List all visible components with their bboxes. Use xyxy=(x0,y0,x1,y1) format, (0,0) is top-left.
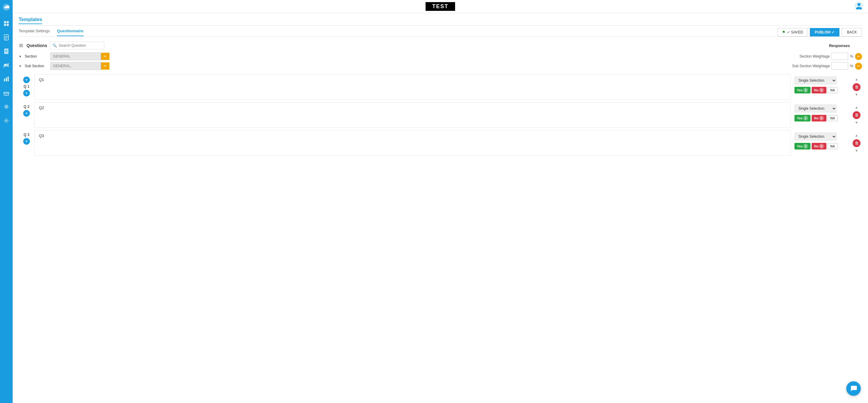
subsection-input[interactable] xyxy=(50,62,101,70)
q2-text: Q2 xyxy=(39,105,44,110)
q3-no-count: 0 xyxy=(819,144,824,149)
sidebar-megaphone-icon[interactable] xyxy=(2,61,10,69)
q3-response-select-row: Single Selection xyxy=(795,133,847,141)
question-row-1: + Q 1 + Q1 Single Selection Yes 1 xyxy=(19,74,862,100)
q3-label-col: Q 3 + xyxy=(19,130,34,156)
subsection-label: Sub Section xyxy=(25,64,47,68)
section-weightage-input[interactable] xyxy=(832,53,848,60)
q2-add-button[interactable]: + xyxy=(23,110,30,117)
q1-no-label: No xyxy=(814,88,818,92)
sidebar-settings-icon[interactable] xyxy=(2,102,10,111)
questions-list-icon xyxy=(19,43,24,48)
app-title: TEST xyxy=(426,2,455,11)
sidebar-grid-icon[interactable] xyxy=(2,19,10,28)
q3-response-type-select[interactable]: Single Selection xyxy=(795,133,837,141)
svg-rect-9 xyxy=(4,49,8,54)
subsection-row: ▼ Sub Section ✏ xyxy=(19,62,110,70)
publish-button[interactable]: PUBLISH ✓ xyxy=(810,28,839,36)
q3-yes-badge[interactable]: Yes 1 xyxy=(795,143,810,150)
section-chevron-icon[interactable]: ▼ xyxy=(19,55,22,58)
subsection-weightage-input[interactable] xyxy=(832,62,848,70)
svg-rect-3 xyxy=(4,24,6,26)
svg-point-18 xyxy=(5,106,7,107)
subsection-pct-label: % xyxy=(850,64,853,68)
svg-rect-1 xyxy=(4,21,6,23)
q2-card: Q2 xyxy=(34,102,791,128)
topbar: TEST xyxy=(13,0,868,13)
q1-add-top-button[interactable]: + xyxy=(23,76,30,83)
section-row: ▼ Section ✏ xyxy=(19,53,110,60)
search-input-wrap: 🔍 xyxy=(50,41,104,50)
search-input[interactable] xyxy=(50,41,104,50)
sidebar-doc-icon[interactable] xyxy=(2,33,10,41)
q2-label: Q 2 xyxy=(24,104,29,109)
q3-add-button[interactable]: + xyxy=(23,138,30,145)
q2-yes-label: Yes xyxy=(797,116,803,120)
user-avatar-icon[interactable] xyxy=(855,1,863,12)
section-pct-label: % xyxy=(850,54,853,59)
q3-badges: Yes 1 No 0 NA xyxy=(795,143,847,150)
svg-rect-14 xyxy=(4,79,5,82)
q3-na-badge[interactable]: NA xyxy=(828,143,838,149)
q3-no-badge[interactable]: No 0 xyxy=(812,143,827,150)
q2-label-col: Q 2 + xyxy=(19,102,34,128)
svg-rect-16 xyxy=(7,76,9,82)
q1-delete-button[interactable]: 🗑 xyxy=(852,83,861,91)
q3-actions: ▲ 🗑 ▼ xyxy=(851,130,862,156)
q2-up-button[interactable]: ▲ xyxy=(854,104,859,110)
tabs-right: ⚑ ✓ SAVED PUBLISH ✓ BACK xyxy=(778,28,862,36)
q3-up-button[interactable]: ▲ xyxy=(854,133,859,138)
q3-text: Q3 xyxy=(39,133,44,138)
q3-na-label: NA xyxy=(830,144,835,148)
q2-na-badge[interactable]: NA xyxy=(828,115,838,121)
section-input[interactable] xyxy=(50,53,101,60)
q1-badges: Yes 1 No 0 NA xyxy=(795,87,847,93)
subsection-chevron-icon[interactable]: ▼ xyxy=(19,64,22,68)
questions-title-area: Questions 🔍 xyxy=(19,41,104,50)
tab-questionnaire[interactable]: Questionnaire xyxy=(57,29,83,36)
q3-response-col: Single Selection Yes 1 No 0 NA xyxy=(791,130,851,156)
q1-yes-label: Yes xyxy=(797,88,803,92)
sidebar-gear-icon[interactable] xyxy=(2,116,10,125)
q1-yes-badge[interactable]: Yes 1 xyxy=(795,87,810,93)
q1-na-badge[interactable]: NA xyxy=(828,87,838,93)
q1-response-col: Single Selection Yes 1 No 0 NA xyxy=(791,74,851,100)
sidebar-doc2-icon[interactable] xyxy=(2,47,10,56)
q2-badges: Yes 1 No 0 NA xyxy=(795,115,847,121)
section-label: Section xyxy=(25,54,47,59)
q2-yes-badge[interactable]: Yes 1 xyxy=(795,115,810,121)
svg-point-19 xyxy=(4,105,8,108)
q1-up-button[interactable]: ▲ xyxy=(854,76,859,82)
q3-delete-button[interactable]: 🗑 xyxy=(852,139,861,147)
section-weightage-edit-button[interactable]: ✏ xyxy=(855,53,862,60)
saved-label: ✓ SAVED xyxy=(787,30,803,34)
q2-down-button[interactable]: ▼ xyxy=(854,120,859,125)
q1-label-col: + Q 1 + xyxy=(19,74,34,100)
sidebar-chart-icon[interactable] xyxy=(2,75,10,83)
q1-card: Q1 xyxy=(34,74,791,100)
chat-fab-button[interactable] xyxy=(846,381,861,396)
saved-button[interactable]: ⚑ ✓ SAVED xyxy=(778,28,807,36)
q2-no-badge[interactable]: No 0 xyxy=(812,115,827,121)
question-row-2: Q 2 + Q2 Single Selection Yes 1 xyxy=(19,102,862,128)
sidebar-inbox-icon[interactable] xyxy=(2,89,10,97)
responses-label: Responses xyxy=(829,43,862,48)
back-button[interactable]: BACK xyxy=(842,28,862,36)
section-edit-button[interactable]: ✏ xyxy=(101,53,110,60)
q1-add-bottom-button[interactable]: + xyxy=(23,90,30,96)
svg-rect-5 xyxy=(4,35,8,40)
q3-down-button[interactable]: ▼ xyxy=(854,148,859,153)
svg-rect-2 xyxy=(7,21,9,23)
subsection-edit-button[interactable]: ✏ xyxy=(101,62,110,70)
q2-response-type-select[interactable]: Single Selection xyxy=(795,104,837,113)
q1-no-badge[interactable]: No 0 xyxy=(812,87,827,93)
q1-down-button[interactable]: ▼ xyxy=(854,92,859,97)
q2-delete-button[interactable]: 🗑 xyxy=(852,111,861,119)
q3-no-label: No xyxy=(814,144,818,148)
tabs-row: Template Settings Questionnaire ⚑ ✓ SAVE… xyxy=(19,26,862,37)
app-logo-icon[interactable] xyxy=(2,3,10,11)
q1-response-type-select[interactable]: Single Selection xyxy=(795,76,837,84)
tab-template-settings[interactable]: Template Settings xyxy=(19,29,50,36)
subsection-weightage-edit-button[interactable]: ✏ xyxy=(855,63,862,70)
q2-response-select-row: Single Selection xyxy=(795,104,847,113)
